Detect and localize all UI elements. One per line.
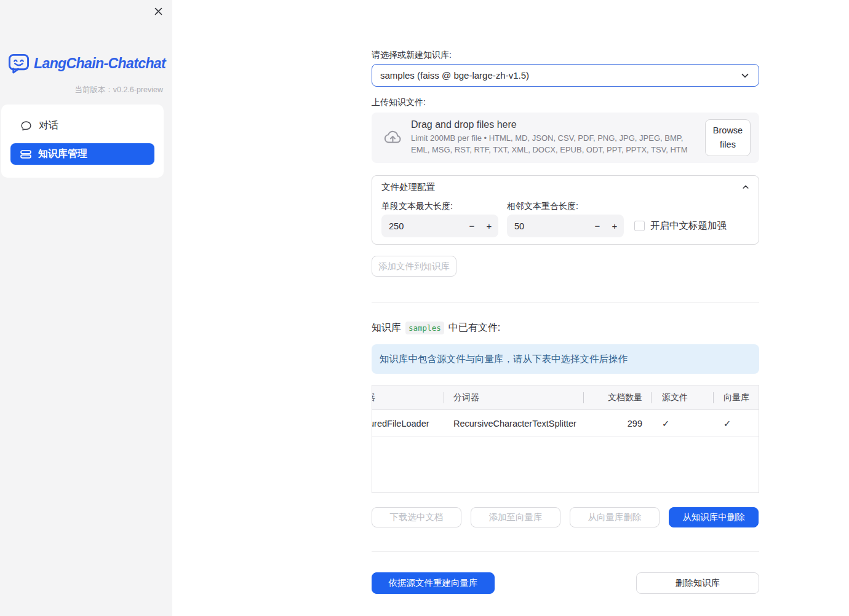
overlap-increment-button[interactable]: + (605, 215, 624, 237)
info-alert: 知识库中包含源文件与向量库，请从下表中选择文件后操作 (372, 344, 759, 374)
header-doc-count[interactable]: 文档数量 (583, 385, 642, 410)
table-header-row: 器 分词器 文档数量 源文件 向量库 (372, 385, 759, 410)
info-alert-text: 知识库中包含源文件与向量库，请从下表中选择文件后操作 (380, 353, 628, 366)
overlap-size-value: 50 (514, 221, 524, 231)
sidebar-close-icon[interactable] (153, 6, 164, 17)
chunk-size-input[interactable]: 250 − + (381, 215, 498, 237)
file-config-expander: 文件处理配置 单段文本最大长度: 相邻文本重合长度: 250 − + 50 − … (372, 175, 759, 245)
delete-from-vector-store-button[interactable]: 从向量库删除 (570, 507, 660, 527)
kb-select-value: samples (faiss @ bge-large-zh-v1.5) (380, 70, 739, 81)
expander-title: 文件处理配置 (381, 181, 741, 193)
sidebar-nav: 对话 知识库管理 (1, 105, 164, 178)
header-splitter[interactable]: 分词器 (453, 385, 479, 410)
chat-bubble-icon (20, 120, 32, 132)
kb-files-table: 器 分词器 文档数量 源文件 向量库 uredFileLoader Recurs… (372, 385, 759, 493)
download-selected-button[interactable]: 下载选中文档 (372, 507, 461, 527)
chunk-size-value: 250 (389, 221, 404, 231)
heading-prefix: 知识库 (372, 322, 401, 334)
chunk-size-label: 单段文本最大长度: (381, 201, 453, 212)
cell-splitter: RecursiveCharacterTextSplitter (453, 410, 576, 437)
upload-label: 上传知识文件: (372, 97, 426, 108)
delete-kb-button[interactable]: 删除知识库 (636, 572, 759, 594)
add-files-to-kb-button[interactable]: 添加文件到知识库 (372, 256, 456, 277)
column-separator (444, 392, 444, 403)
cell-loader-clipped: uredFileLoader (372, 410, 429, 437)
overlap-size-label: 相邻文本重合长度: (507, 201, 578, 212)
overlap-decrement-button[interactable]: − (588, 215, 607, 237)
kb-select-label: 请选择或新建知识库: (372, 50, 452, 61)
sidebar-item-label: 对话 (39, 119, 58, 132)
kb-select-dropdown[interactable]: samples (faiss @ bge-large-zh-v1.5) (372, 64, 759, 87)
divider (372, 551, 759, 552)
file-action-buttons: 下载选中文档 添加至向量库 从向量库删除 从知识库中删除 (372, 507, 759, 527)
file-dropzone[interactable]: Drag and drop files here Limit 200MB per… (372, 113, 759, 163)
cloud-upload-icon (381, 128, 404, 147)
overlap-size-input[interactable]: 50 − + (507, 215, 624, 237)
checkbox-label: 开启中文标题加强 (650, 219, 727, 232)
chevron-down-icon (739, 70, 751, 81)
list-pills-icon (20, 149, 31, 159)
header-vector-store[interactable]: 向量库 (723, 385, 749, 410)
cell-source-check: ✓ (662, 410, 669, 437)
header-source-file[interactable]: 源文件 (662, 385, 688, 410)
checkbox-box[interactable] (634, 221, 645, 231)
heading-suffix: 中已有文件: (448, 322, 500, 334)
sidebar-item-chat[interactable]: 对话 (10, 115, 154, 136)
add-to-vector-store-button[interactable]: 添加至向量库 (471, 507, 560, 527)
main-content: 请选择或新建知识库: samples (faiss @ bge-large-zh… (372, 0, 759, 616)
sidebar: LangChain-Chatchat 当前版本：v0.2.6-preview 对… (0, 0, 172, 616)
cell-vector-check: ✓ (723, 410, 731, 437)
sidebar-item-knowledge-base[interactable]: 知识库管理 (10, 143, 154, 165)
delete-from-kb-button[interactable]: 从知识库中删除 (669, 507, 759, 527)
dropzone-instructions: Drag and drop files here Limit 200MB per… (411, 119, 705, 156)
app-root: LangChain-Chatchat 当前版本：v0.2.6-preview 对… (0, 0, 849, 616)
chunk-size-increment-button[interactable]: + (480, 215, 498, 237)
column-separator (713, 392, 714, 403)
file-config-expander-header[interactable]: 文件处理配置 (372, 176, 759, 198)
dropzone-title: Drag and drop files here (411, 119, 699, 130)
version-text: 当前版本：v0.2.6-preview (74, 85, 163, 95)
zh-title-enhance-checkbox[interactable]: 开启中文标题加强 (634, 219, 727, 232)
rebuild-vector-store-button[interactable]: 依据源文件重建向量库 (372, 572, 495, 594)
chevron-up-icon (741, 183, 750, 191)
cell-doc-count: 299 (583, 410, 642, 437)
divider (372, 302, 759, 302)
logo-text: LangChain-Chatchat (34, 55, 165, 72)
logo-chat-smiley-icon (8, 53, 30, 74)
existing-files-heading: 知识库 samples 中已有文件: (372, 322, 500, 334)
table-row[interactable]: uredFileLoader RecursiveCharacterTextSpl… (372, 410, 759, 437)
kb-name-code: samples (405, 322, 444, 334)
header-loader-clipped[interactable]: 器 (372, 385, 375, 410)
chunk-size-decrement-button[interactable]: − (463, 215, 481, 237)
sidebar-item-label: 知识库管理 (38, 148, 87, 160)
app-logo: LangChain-Chatchat (8, 53, 165, 74)
dropzone-limit: Limit 200MB per file • HTML, MD, JSON, C… (411, 133, 699, 156)
column-separator (651, 392, 652, 403)
browse-files-button[interactable]: Browse files (705, 119, 751, 156)
